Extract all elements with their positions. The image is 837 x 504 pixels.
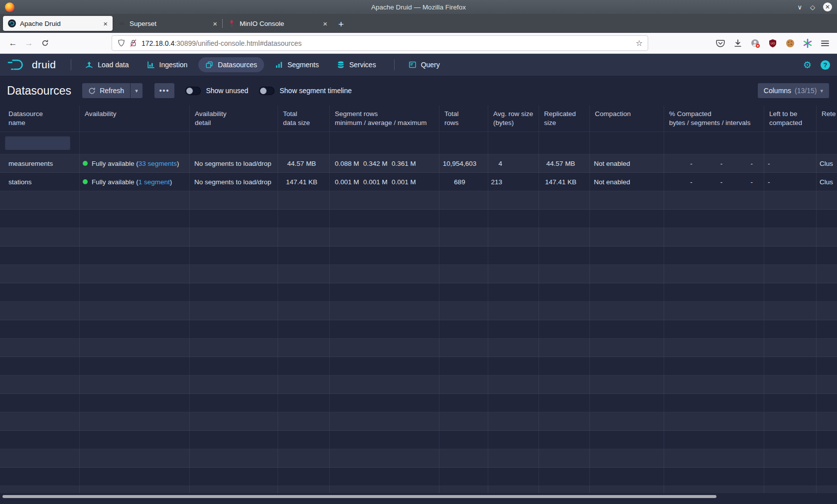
empty-cell [0, 357, 80, 376]
empty-cell [488, 247, 539, 265]
browser-tab-apache-druid[interactable]: Apache Druid× [3, 16, 113, 31]
nav-item-datasources[interactable]: Datasources [198, 57, 264, 72]
header-line2: detail [195, 119, 273, 127]
show-unused-toggle[interactable] [185, 87, 201, 95]
browser-tab-minio-console[interactable]: MinIO Console× [223, 16, 332, 31]
column-header-pct_compacted[interactable]: % Compactedbytes / segments / intervals [664, 106, 764, 132]
header-line2: size [544, 119, 584, 127]
column-header-left_compacted[interactable]: Left to becompacted [764, 106, 817, 132]
tab-close-icon[interactable]: × [102, 20, 109, 27]
empty-cell [488, 210, 539, 228]
empty-cell [539, 394, 590, 412]
empty-cell [764, 449, 817, 468]
filter-cell-detail [190, 132, 278, 154]
datasource-name-filter-input[interactable] [5, 136, 70, 150]
settings-gear-icon[interactable]: ⚙ [803, 60, 812, 70]
empty-cell [80, 394, 190, 412]
window-maximize-icon[interactable]: ◇ [810, 4, 815, 10]
window-titlebar: Apache Druid — Mozilla Firefox ∨ ◇ ✕ [0, 0, 837, 14]
account-icon[interactable] [750, 38, 760, 48]
empty-cell [817, 376, 837, 394]
header-line1: Compaction [595, 110, 631, 118]
empty-cell [190, 449, 278, 468]
column-header-availability[interactable]: Availability [80, 106, 190, 132]
more-actions-button[interactable]: ••• [154, 83, 175, 98]
empty-cell [190, 302, 278, 320]
horizontal-scrollbar-thumb[interactable] [2, 495, 716, 498]
columns-button[interactable]: Columns (13/15) ▾ [758, 83, 829, 98]
shield-icon[interactable] [117, 39, 126, 47]
show-segment-timeline-toggle[interactable] [259, 87, 275, 95]
pocket-icon[interactable] [715, 38, 725, 48]
column-header-total_size[interactable]: Totaldata size [278, 106, 330, 132]
empty-cell [817, 339, 837, 357]
back-button[interactable]: ← [5, 38, 21, 48]
tab-label: Superset [130, 20, 212, 27]
empty-cell [817, 191, 837, 210]
refresh-button[interactable]: Refresh [82, 83, 130, 98]
refresh-dropdown-caret[interactable]: ▾ [130, 83, 142, 98]
tabliss-asterisk-icon[interactable] [803, 38, 813, 48]
bookmark-star-icon[interactable]: ☆ [636, 38, 643, 48]
downloads-icon[interactable] [733, 38, 743, 48]
column-header-name[interactable]: Datasourcename [0, 106, 80, 132]
column-header-total_rows[interactable]: Totalrows [439, 106, 488, 132]
empty-cell [590, 210, 664, 228]
druid-logo[interactable]: druid [7, 58, 56, 71]
empty-row [0, 283, 837, 302]
window-close-icon[interactable]: ✕ [823, 2, 832, 11]
forward-button[interactable]: → [21, 38, 37, 48]
window-title: Apache Druid — Mozilla Firefox [0, 3, 837, 11]
cookie-icon[interactable] [785, 38, 795, 48]
empty-cell [817, 394, 837, 412]
empty-cell [0, 449, 80, 468]
cell-total_rows: 689 [439, 173, 488, 191]
menu-hamburger-icon[interactable] [820, 38, 830, 48]
empty-cell [330, 265, 439, 283]
cell-availability: Fully available (1 segment) [80, 173, 190, 191]
empty-cell [330, 320, 439, 339]
segments-icon [275, 61, 283, 69]
empty-cell [764, 191, 817, 210]
column-header-replicated[interactable]: Replicatedsize [539, 106, 590, 132]
tab-close-icon[interactable]: × [322, 20, 328, 27]
datasources-icon [205, 61, 213, 69]
filter-cell-replicated [539, 132, 590, 154]
empty-cell [664, 412, 764, 431]
empty-row [0, 468, 837, 486]
cell-left_compacted: - [764, 173, 817, 191]
nav-item-load-data[interactable]: Load data [78, 57, 136, 72]
empty-cell [664, 210, 764, 228]
empty-cell [817, 283, 837, 302]
tab-close-icon[interactable]: × [212, 20, 218, 27]
column-header-avg_row_size[interactable]: Avg. row size(bytes) [488, 106, 539, 132]
nav-item-query[interactable]: Query [402, 57, 447, 72]
column-header-segment_rows[interactable]: Segment rowsminimum / average / maximum [330, 106, 439, 132]
help-icon[interactable]: ? [821, 60, 830, 70]
header-line1: Availability [195, 110, 227, 118]
empty-cell [488, 302, 539, 320]
minio-favicon [228, 19, 236, 27]
browser-tab-superset[interactable]: ∞Superset× [113, 16, 222, 31]
empty-cell [488, 357, 539, 376]
nav-item-segments[interactable]: Segments [268, 57, 326, 72]
ublock-shield-icon[interactable]: UO [768, 38, 778, 48]
segments-link[interactable]: 1 segment [139, 178, 170, 186]
column-header-compaction[interactable]: Compaction [590, 106, 664, 132]
cell-name: measurements [0, 154, 80, 173]
column-header-retention[interactable]: Rete [817, 106, 837, 132]
insecure-lock-icon[interactable] [129, 39, 138, 47]
empty-cell [80, 302, 190, 320]
column-header-detail[interactable]: Availabilitydetail [190, 106, 278, 132]
reload-button[interactable] [37, 39, 53, 47]
window-minimize-icon[interactable]: ∨ [797, 4, 802, 10]
empty-cell [330, 191, 439, 210]
segments-link[interactable]: 33 segments [139, 160, 177, 167]
empty-row [0, 486, 837, 493]
new-tab-button[interactable]: + [338, 19, 344, 29]
empty-cell [80, 283, 190, 302]
url-bar[interactable]: 172.18.0.4:30899/unified-console.html#da… [112, 35, 648, 51]
nav-item-ingestion[interactable]: Ingestion [140, 57, 195, 72]
nav-item-services[interactable]: Services [330, 57, 383, 72]
filter-cell-retention [817, 132, 837, 154]
